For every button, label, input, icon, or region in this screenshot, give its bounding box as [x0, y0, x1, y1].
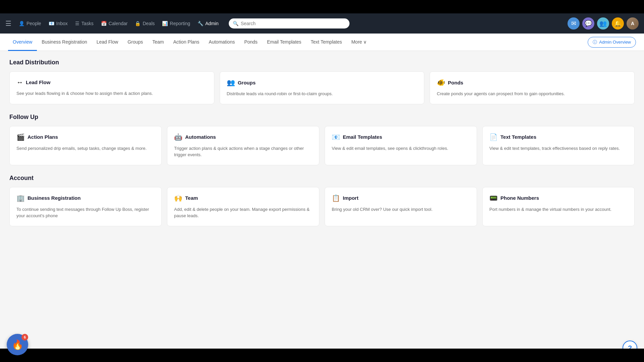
people-nav-label: People — [26, 21, 41, 26]
calendar-nav-icon: 📅 — [101, 21, 107, 26]
sub-nav-item-lead-flow[interactable]: Lead Flow — [92, 34, 123, 51]
card-icon-text-templates: 📄 — [489, 133, 498, 141]
follow-up-cards: 🎬 Action Plans Send personalized drip em… — [9, 126, 635, 165]
nav-item-deals[interactable]: 🔒Deals — [131, 19, 158, 28]
card-icon-action-plans: 🎬 — [16, 133, 25, 141]
hamburger-menu[interactable]: ☰ — [5, 19, 11, 27]
nav-item-people[interactable]: 👤People — [15, 19, 45, 28]
sub-nav-item-ponds[interactable]: Ponds — [239, 34, 262, 51]
card-automations[interactable]: 🤖 Automations Trigger action plans & qui… — [167, 126, 319, 165]
notifications-button[interactable]: 🔔 — [612, 17, 624, 29]
sub-navigation: OverviewBusiness RegistrationLead FlowGr… — [0, 34, 644, 51]
notification-popup-button[interactable]: 6 🔥 — [7, 334, 28, 355]
sub-nav-item-text-templates[interactable]: Text Templates — [306, 34, 346, 51]
reporting-nav-icon: 📊 — [162, 21, 168, 26]
nav-item-reporting[interactable]: 📊Reporting — [159, 19, 194, 28]
bell-icon: 🔔 — [614, 20, 622, 27]
card-business-registration[interactable]: 🏢 Business Registration To continue send… — [9, 187, 162, 226]
card-lead-flow[interactable]: ↔ Lead Flow See your leads flowing in & … — [9, 71, 214, 104]
card-header-action-plans: 🎬 Action Plans — [16, 133, 155, 141]
avatar-initials: A — [627, 17, 639, 29]
sub-nav-item-team[interactable]: Team — [148, 34, 168, 51]
admin-overview-button[interactable]: ⓘ Admin Overview — [588, 37, 636, 48]
sub-nav-item-action-plans[interactable]: Action Plans — [169, 34, 204, 51]
card-import[interactable]: 📋 Import Bring your old CRM over? Use ou… — [325, 187, 477, 226]
contacts-action-button[interactable]: 👥 — [597, 17, 609, 29]
card-ponds[interactable]: 🐠 Ponds Create ponds your agents can pro… — [430, 71, 635, 104]
card-email-templates[interactable]: 📧 Email Templates View & edit email temp… — [325, 126, 477, 165]
admin-overview-label: Admin Overview — [599, 40, 631, 45]
card-header-business-registration: 🏢 Business Registration — [16, 194, 155, 202]
account-title: Account — [9, 175, 635, 182]
card-title-automations: Automations — [185, 134, 216, 140]
card-text-templates[interactable]: 📄 Text Templates View & edit text templa… — [482, 126, 635, 165]
email-action-button[interactable]: ✉ — [568, 17, 580, 29]
card-icon-ponds: 🐠 — [437, 78, 445, 86]
card-desc-automations: Trigger action plans & quick actions whe… — [174, 145, 312, 158]
card-icon-groups: 👥 — [227, 78, 235, 86]
card-icon-email-templates: 📧 — [332, 133, 340, 141]
reporting-nav-label: Reporting — [170, 21, 190, 26]
card-title-text-templates: Text Templates — [500, 134, 536, 140]
card-header-email-templates: 📧 Email Templates — [332, 133, 470, 141]
top-navigation: ☰ 👤People📧Inbox☰Tasks📅Calendar🔒Deals📊Rep… — [0, 13, 644, 34]
card-icon-phone-numbers: 📟 — [489, 194, 498, 202]
chat-action-button[interactable]: 💬 — [582, 17, 594, 29]
top-black-bar — [0, 0, 644, 13]
sub-nav-item-more[interactable]: More ∨ — [346, 34, 371, 51]
lead-distribution-section: Lead Distribution ↔ Lead Flow See your l… — [9, 59, 635, 104]
email-icon: ✉ — [571, 20, 576, 27]
card-groups[interactable]: 👥 Groups Distribute leads via round-robi… — [220, 71, 425, 104]
admin-nav-label: Admin — [205, 21, 219, 26]
inbox-nav-label: Inbox — [56, 21, 68, 26]
search-input[interactable] — [229, 18, 350, 28]
card-header-team: 🙌 Team — [174, 194, 312, 202]
card-header-phone-numbers: 📟 Phone Numbers — [489, 194, 628, 202]
lead-distribution-title: Lead Distribution — [9, 59, 635, 66]
search-bar: 🔍 — [229, 18, 350, 28]
main-content: Lead Distribution ↔ Lead Flow See your l… — [0, 51, 644, 362]
card-header-ponds: 🐠 Ponds — [437, 78, 628, 86]
card-desc-text-templates: View & edit text templates, track effect… — [489, 145, 628, 152]
card-desc-action-plans: Send personalized drip emails, setup tas… — [16, 145, 155, 152]
deals-nav-label: Deals — [143, 21, 155, 26]
info-icon: ⓘ — [593, 39, 597, 45]
card-title-ponds: Ponds — [448, 80, 463, 85]
card-header-import: 📋 Import — [332, 194, 470, 202]
sub-nav-item-business-registration[interactable]: Business Registration — [37, 34, 92, 51]
card-title-phone-numbers: Phone Numbers — [500, 195, 539, 201]
follow-up-title: Follow Up — [9, 114, 635, 121]
card-desc-groups: Distribute leads via round-robin or firs… — [227, 90, 418, 97]
card-title-action-plans: Action Plans — [28, 134, 58, 140]
sub-nav-item-groups[interactable]: Groups — [123, 34, 148, 51]
avatar[interactable]: A — [627, 17, 639, 29]
nav-item-tasks[interactable]: ☰Tasks — [72, 19, 97, 28]
card-icon-automations: 🤖 — [174, 133, 182, 141]
lead-distribution-cards: ↔ Lead Flow See your leads flowing in & … — [9, 71, 635, 104]
bottom-black-bar — [0, 349, 644, 362]
nav-item-admin[interactable]: 🔧Admin — [194, 19, 222, 28]
card-title-business-registration: Business Registration — [28, 195, 80, 201]
card-phone-numbers[interactable]: 📟 Phone Numbers Port numbers in & manage… — [482, 187, 635, 226]
card-icon-import: 📋 — [332, 194, 340, 202]
notification-popup[interactable]: 6 🔥 — [7, 334, 28, 355]
card-header-text-templates: 📄 Text Templates — [489, 133, 628, 141]
card-desc-lead-flow: See your leads flowing in & choose how t… — [16, 90, 207, 97]
card-action-plans[interactable]: 🎬 Action Plans Send personalized drip em… — [9, 126, 162, 165]
sub-nav-item-automations[interactable]: Automations — [204, 34, 239, 51]
card-title-groups: Groups — [238, 80, 256, 85]
account-section: Account 🏢 Business Registration To conti… — [9, 175, 635, 226]
card-icon-team: 🙌 — [174, 194, 182, 202]
notification-badge: 6 — [21, 334, 28, 341]
tasks-nav-icon: ☰ — [75, 21, 79, 26]
nav-item-inbox[interactable]: 📧Inbox — [45, 19, 71, 28]
contacts-icon: 👥 — [599, 20, 607, 27]
card-desc-import: Bring your old CRM over? Use our quick i… — [332, 206, 470, 213]
card-header-automations: 🤖 Automations — [174, 133, 312, 141]
card-team[interactable]: 🙌 Team Add, edit & delete people on your… — [167, 187, 319, 226]
card-header-lead-flow: ↔ Lead Flow — [16, 78, 207, 86]
sub-nav-item-email-templates[interactable]: Email Templates — [262, 34, 306, 51]
sub-nav-item-overview[interactable]: Overview — [8, 34, 37, 51]
card-icon-business-registration: 🏢 — [16, 194, 25, 202]
nav-item-calendar[interactable]: 📅Calendar — [98, 19, 131, 28]
